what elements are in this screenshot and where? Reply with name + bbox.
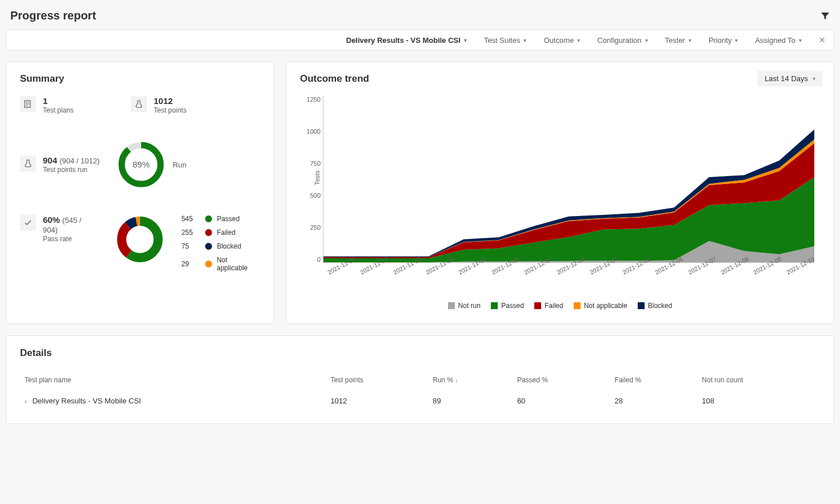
legend-item-blocked: 75Blocked	[181, 242, 260, 250]
chevron-down-icon: ▾	[689, 37, 691, 43]
col-run-[interactable]: Run % ↓	[428, 370, 513, 390]
area-chart-svg	[323, 96, 814, 262]
details-table: Test plan nameTest pointsRun % ↓Passed %…	[20, 370, 820, 412]
stat-test-plans-label: Test plans	[43, 106, 74, 114]
col-failed-[interactable]: Failed %	[610, 370, 698, 390]
filter-icon[interactable]	[821, 11, 830, 21]
col-passed-[interactable]: Passed %	[513, 370, 610, 390]
trend-legend-not-applicable: Not applicable	[574, 302, 627, 310]
chevron-down-icon: ▾	[799, 37, 802, 43]
details-card: Details Test plan nameTest pointsRun % ↓…	[6, 335, 834, 424]
filter-configuration[interactable]: Configuration▾	[597, 36, 647, 45]
test-plan-icon	[20, 96, 36, 112]
summary-title: Summary	[20, 73, 260, 85]
filter-assigned-to[interactable]: Assigned To▾	[755, 36, 802, 45]
trend-title: Outcome trend	[300, 73, 820, 85]
filter-bar: Delivery Results - VS Mobile CSI ▾ Test …	[6, 29, 834, 51]
stat-run-value: 904	[43, 155, 57, 165]
date-range-label: Last 14 Days	[765, 74, 808, 83]
filter-plan-label: Delivery Results - VS Mobile CSI	[346, 36, 461, 45]
page-title: Progress report	[10, 9, 96, 22]
trend-legend-passed: Passed	[491, 302, 524, 310]
stat-test-plans-value: 1	[43, 96, 74, 106]
expand-chevron-icon[interactable]: ›	[25, 398, 27, 405]
run-donut-label: Run	[173, 161, 186, 169]
stat-pass-value: 60%	[43, 215, 60, 225]
outcome-trend-card: Outcome trend Last 14 Days ▾ Tests 12501…	[286, 61, 834, 324]
filter-priority[interactable]: Priority▾	[709, 36, 738, 45]
summary-card: Summary 1 Test plans 1012 Test points	[6, 61, 274, 324]
sort-desc-icon: ↓	[453, 377, 458, 383]
table-row[interactable]: ›Delivery Results - VS Mobile CSI1012896…	[20, 390, 820, 412]
flask-icon	[131, 96, 147, 112]
svg-text:89%: 89%	[133, 159, 150, 169]
col-test-points[interactable]: Test points	[326, 370, 428, 390]
run-progress-donut: 89%	[117, 140, 166, 189]
legend-item-failed: 255Failed	[181, 229, 260, 237]
trend-legend-not-run: Not run	[448, 302, 481, 310]
stat-pass-label: Pass rate	[43, 235, 98, 243]
filter-test-suites[interactable]: Test Suites▾	[484, 36, 527, 45]
chevron-down-icon: ▾	[735, 37, 738, 43]
stat-test-points-run: 904 (904 / 1012) Test points run	[20, 155, 99, 174]
trend-legend-failed: Failed	[534, 302, 563, 310]
legend-item-not-applicable: 29Not applicable	[181, 256, 260, 272]
stat-test-points: 1012 Test points	[131, 96, 186, 114]
legend-item-passed: 545Passed	[181, 215, 260, 223]
trend-chart: Tests 125010007505002500 2021-11-262021-…	[323, 96, 814, 279]
checkmark-icon	[20, 215, 36, 231]
chevron-down-icon: ▾	[645, 37, 648, 43]
stat-run-label: Test points run	[43, 166, 99, 174]
date-range-dropdown[interactable]: Last 14 Days ▾	[758, 71, 822, 86]
stat-pass-rate: 60% (545 / 904) Pass rate	[20, 215, 98, 243]
stat-test-plans: 1 Test plans	[20, 96, 74, 114]
filter-plan-dropdown[interactable]: Delivery Results - VS Mobile CSI ▾	[346, 36, 467, 45]
pass-rate-donut	[115, 215, 165, 264]
stat-test-points-label: Test points	[154, 106, 186, 114]
flask-icon	[20, 155, 36, 171]
trend-legend: Not runPassedFailedNot applicableBlocked	[300, 302, 820, 310]
stat-test-points-value: 1012	[154, 96, 186, 106]
col-test-plan-name[interactable]: Test plan name	[20, 370, 326, 390]
col-not-run-count[interactable]: Not run count	[697, 370, 820, 390]
stat-run-sub: (904 / 1012)	[59, 157, 99, 165]
chevron-down-icon: ▾	[464, 37, 467, 43]
filter-tester[interactable]: Tester▾	[665, 36, 691, 45]
trend-legend-blocked: Blocked	[638, 302, 673, 310]
chevron-down-icon: ▾	[523, 37, 526, 43]
filter-outcome[interactable]: Outcome▾	[543, 36, 580, 45]
pass-legend: 545Passed255Failed75Blocked29Not applica…	[181, 215, 260, 272]
clear-filters-button[interactable]: ✕	[819, 35, 826, 45]
chevron-down-icon: ▾	[577, 37, 580, 43]
chevron-down-icon: ▾	[813, 75, 815, 82]
details-title: Details	[20, 347, 820, 359]
